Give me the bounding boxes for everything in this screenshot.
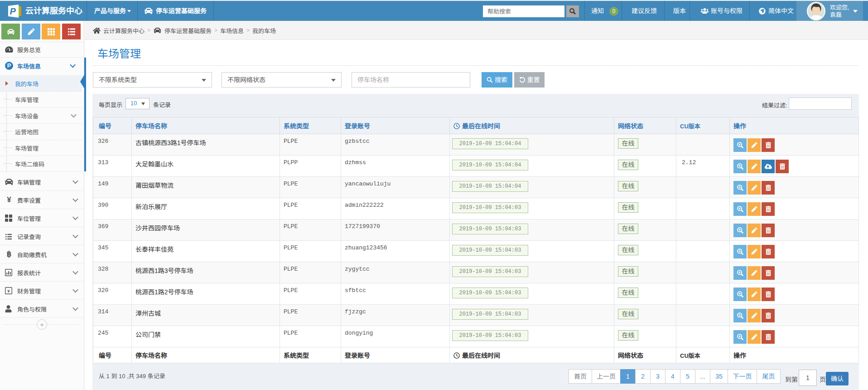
svg-text:P: P bbox=[10, 6, 16, 16]
svg-text:¥: ¥ bbox=[7, 288, 10, 293]
